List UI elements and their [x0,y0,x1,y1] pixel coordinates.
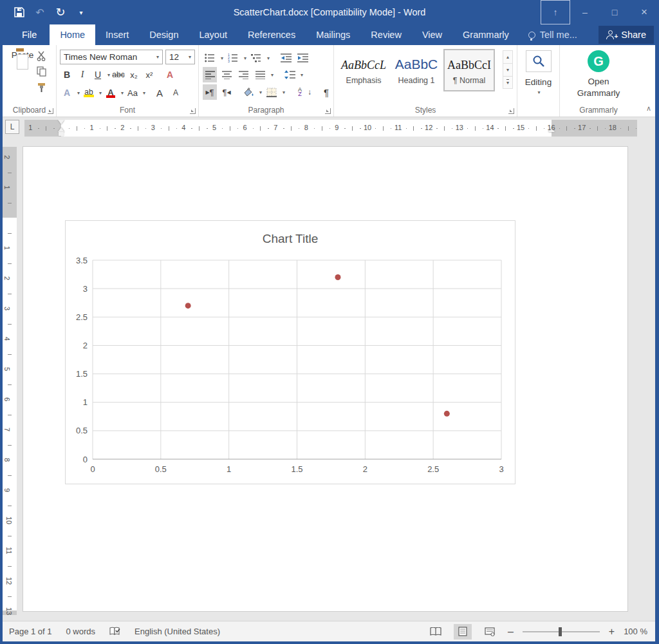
highlight-dropdown-arrow[interactable]: ▾ [99,90,102,96]
editing-button[interactable]: Editing ▾ [517,50,559,95]
paste-button[interactable]: Paste ▾ [9,50,36,100]
tab-layout[interactable]: Layout [189,24,237,45]
font-size-combo[interactable]: 12 ▾ [165,50,195,64]
align-center-button[interactable] [219,67,234,82]
multilevel-dropdown-arrow[interactable]: ▾ [267,55,270,61]
justify-dropdown-arrow[interactable]: ▾ [271,72,274,78]
bullets-dropdown-arrow[interactable]: ▾ [221,55,223,61]
shrink-font-button[interactable]: A [169,85,183,100]
tab-review[interactable]: Review [360,24,412,45]
numbering-dropdown-arrow[interactable]: ▾ [244,55,246,61]
styles-scroll-up-icon[interactable]: ▴ [503,50,513,63]
scatter-point[interactable] [185,303,191,308]
strikethrough-button[interactable]: abc [111,67,125,82]
underline-button[interactable]: U [91,67,105,82]
font-dialog-launcher[interactable] [190,108,196,114]
styles-dialog-launcher[interactable] [508,108,514,114]
vertical-ruler[interactable]: 2112345678910111213 [3,147,17,615]
share-button[interactable]: + Share [599,26,654,44]
change-case-dropdown-arrow[interactable]: ▾ [143,90,145,96]
change-case-button[interactable]: Aa [125,85,140,100]
redo-icon[interactable]: ↻ [50,3,71,22]
grow-font-button[interactable]: A [153,85,167,100]
format-painter-button[interactable] [37,82,47,93]
paragraph-dialog-launcher[interactable] [325,108,331,114]
tab-mailings[interactable]: Mailings [306,24,360,45]
undo-icon[interactable]: ↶ [30,3,50,22]
tell-me-box[interactable]: Tell me... [519,24,586,45]
tab-grammarly[interactable]: Grammarly [452,24,519,45]
clipboard-dialog-launcher[interactable] [48,108,53,114]
copy-button[interactable] [37,66,47,77]
ltr-text-direction-button[interactable]: ▶¶ [203,84,217,100]
zoom-out-button[interactable]: – [508,626,514,638]
shading-dropdown-arrow[interactable]: ▾ [259,90,262,95]
styles-more-icon[interactable]: ▾ [503,76,513,89]
styles-scroll-down-icon[interactable]: ▾ [503,63,513,76]
page-indicator[interactable]: Page 1 of 1 [9,627,52,636]
numbering-button[interactable]: 123 [226,50,240,66]
text-effects-dropdown-arrow[interactable]: ▾ [77,90,80,96]
style-heading-1[interactable]: AaBbCHeading 1 [392,50,441,90]
italic-button[interactable]: I [75,67,89,82]
shading-button[interactable] [241,84,255,100]
underline-dropdown-arrow[interactable]: ▾ [107,72,110,78]
language-indicator[interactable]: English (United States) [135,627,220,636]
font-color-button[interactable]: A [104,85,118,100]
save-icon[interactable] [9,3,30,22]
highlight-button[interactable]: ab [82,85,96,100]
scatter-point[interactable] [444,411,450,417]
tab-home[interactable]: Home [50,24,95,45]
minimize-button[interactable]: – [570,0,600,24]
show-formatting-marks-button[interactable]: ¶ [319,84,333,100]
justify-button[interactable] [253,67,267,82]
subscript-button[interactable]: x₂ [127,67,141,82]
word-count[interactable]: 0 words [66,627,96,636]
borders-dropdown-arrow[interactable]: ▾ [283,90,285,95]
clear-formatting-button[interactable]: A [163,67,177,82]
line-spacing-dropdown-arrow[interactable]: ▾ [301,72,303,78]
scatter-point[interactable] [335,274,341,280]
close-button[interactable]: × [629,0,659,24]
maximize-button[interactable]: □ [600,0,629,24]
tab-view[interactable]: View [412,24,452,45]
horizontal-ruler[interactable]: 1123456789101112131415161718 [24,120,637,137]
tab-design[interactable]: Design [139,24,189,45]
decrease-indent-button[interactable] [279,50,293,66]
zoom-level[interactable]: 100 % [624,627,647,636]
zoom-in-button[interactable]: + [609,626,615,638]
increase-indent-button[interactable] [295,50,310,66]
line-spacing-button[interactable] [283,67,297,82]
bold-button[interactable]: B [60,67,74,82]
page[interactable]: 00.511.522.5300.511.522.533.5Chart Title [23,147,627,611]
collapse-ribbon-icon[interactable]: ∧ [646,104,651,113]
align-right-button[interactable] [236,67,250,82]
print-layout-button[interactable] [454,624,472,639]
tab-references[interactable]: References [237,24,306,45]
open-grammarly-button[interactable]: G Open Grammarly [560,50,637,99]
zoom-slider-thumb[interactable] [559,627,562,636]
tab-insert[interactable]: Insert [95,24,139,45]
superscript-button[interactable]: x² [142,67,156,82]
web-layout-button[interactable] [481,624,499,639]
cut-button[interactable] [36,50,48,62]
tab-stop-selector[interactable]: L [5,120,19,134]
bullets-button[interactable] [203,50,217,66]
sort-button[interactable]: A Z [293,84,307,100]
customize-qat-icon[interactable]: ▾ [71,3,91,22]
zoom-slider[interactable] [523,631,600,632]
style-normal[interactable]: AaBbCcI¶ Normal [445,50,494,90]
ribbon-display-options-icon[interactable]: ↑ [541,0,570,24]
document-area[interactable]: 00.511.522.5300.511.522.533.5Chart Title [3,139,655,621]
align-left-button[interactable] [203,67,217,82]
left-indent-marker[interactable] [59,132,64,136]
chart-title[interactable]: Chart Title [263,232,319,245]
text-effects-button[interactable]: A [60,85,74,100]
font-color-dropdown-arrow[interactable]: ▾ [121,90,124,96]
proofing-icon[interactable] [109,627,120,636]
hanging-indent-marker[interactable] [58,128,64,132]
multilevel-list-button[interactable] [249,50,263,66]
chart-object[interactable]: 00.511.522.5300.511.522.533.5Chart Title [65,220,515,484]
borders-button[interactable] [265,84,279,100]
rtl-text-direction-button[interactable]: ¶◀ [219,84,234,100]
